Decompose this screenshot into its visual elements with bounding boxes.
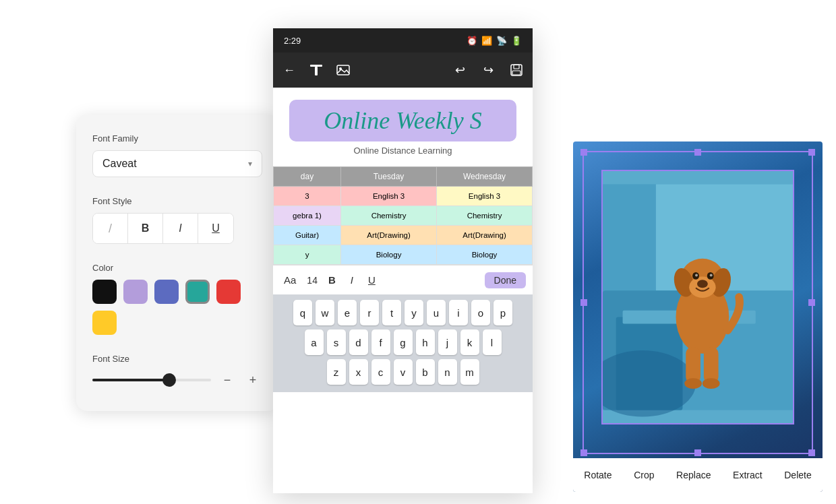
keyboard-area: q w e r t y u i o p a s d f g h j k l [273, 294, 533, 392]
color-swatch-lavender[interactable] [123, 280, 148, 304]
key-m[interactable]: m [460, 359, 479, 385]
key-s[interactable]: s [327, 329, 346, 355]
handle-bottom-left[interactable] [580, 449, 587, 456]
key-d[interactable]: d [349, 329, 368, 355]
key-l[interactable]: l [483, 329, 502, 355]
key-e[interactable]: e [338, 300, 357, 325]
back-arrow-icon[interactable]: ← [280, 61, 299, 80]
redo-icon[interactable]: ↪ [479, 61, 498, 80]
key-i[interactable]: i [449, 300, 468, 325]
color-swatch-blue[interactable] [154, 280, 179, 304]
font-size-increase-button[interactable]: + [243, 371, 262, 389]
color-swatch-black[interactable] [92, 280, 117, 304]
svg-rect-24 [704, 347, 719, 383]
color-swatch-red[interactable] [216, 280, 241, 304]
signal-icon: 📡 [496, 36, 507, 46]
color-section: Color [92, 263, 262, 335]
key-n[interactable]: n [438, 359, 457, 385]
doc-subtitle: Online Distance Learning [354, 146, 452, 156]
key-o[interactable]: o [471, 300, 490, 325]
phone-time: 2:29 [284, 36, 301, 46]
key-k[interactable]: k [460, 329, 479, 355]
color-label: Color [92, 263, 262, 273]
handle-top-mid[interactable] [694, 149, 701, 156]
table-row: gebra 1) Chemistry Chemistry [274, 206, 533, 226]
key-x[interactable]: x [349, 359, 368, 385]
extract-button[interactable]: Extract [726, 466, 769, 484]
svg-point-26 [703, 378, 720, 389]
phone-content: Online Weekly S Online Distance Learning… [273, 88, 533, 493]
key-y[interactable]: y [405, 300, 423, 325]
image-tool-icon[interactable] [334, 61, 353, 80]
underline-format-button[interactable]: U [364, 273, 380, 287]
font-size-slider-track[interactable] [92, 379, 211, 381]
keyboard-row-2: a s d f g h j k l [276, 329, 530, 355]
table-cell: Chemistry [341, 206, 437, 226]
doc-title-box: Online Weekly S [289, 100, 516, 141]
text-tool-icon[interactable] [307, 61, 326, 80]
font-size-display: 14 [307, 275, 318, 286]
font-family-dropdown[interactable]: Caveat ▾ [92, 150, 262, 177]
svg-point-22 [697, 280, 708, 288]
table-row: Guitar) Art(Drawing) Art(Drawing) [274, 226, 533, 245]
key-w[interactable]: w [316, 300, 334, 325]
dog-image [603, 171, 793, 423]
handle-mid-left[interactable] [580, 299, 587, 306]
doc-title-text: Online Weekly S [324, 107, 482, 134]
done-button[interactable]: Done [485, 272, 526, 288]
undo-icon[interactable]: ↩ [450, 61, 469, 80]
key-c[interactable]: c [371, 359, 390, 385]
handle-top-right[interactable] [808, 149, 815, 156]
key-v[interactable]: v [394, 359, 413, 385]
key-u[interactable]: u [427, 300, 446, 325]
key-a[interactable]: a [305, 329, 324, 355]
table-cell: Chemistry [437, 206, 533, 226]
handle-bottom-mid[interactable] [694, 449, 701, 456]
phone-toolbar-right: ↩ ↪ [450, 61, 526, 80]
crop-button[interactable]: Crop [627, 466, 661, 484]
clock-icon: ⏰ [467, 36, 477, 46]
wifi-icon: 📶 [481, 36, 492, 46]
battery-icon: 🔋 [511, 36, 522, 46]
key-q[interactable]: q [293, 300, 312, 325]
key-r[interactable]: r [360, 300, 379, 325]
table-cell: Art(Drawing) [341, 226, 437, 245]
color-swatch-green[interactable] [185, 280, 210, 304]
schedule-table: day Tuesday Wednesday 3 English 3 Englis… [273, 166, 533, 265]
phone-toolbar-left: ← [280, 61, 353, 80]
font-size-decrease-button[interactable]: − [218, 371, 237, 389]
chevron-down-icon: ▾ [248, 159, 252, 168]
key-f[interactable]: f [371, 329, 390, 355]
key-j[interactable]: j [438, 329, 457, 355]
delete-button[interactable]: Delete [777, 466, 818, 484]
rotate-button[interactable]: Rotate [577, 466, 618, 484]
handle-mid-right[interactable] [808, 299, 815, 306]
table-cell: Biology [341, 245, 437, 265]
font-family-label: Font Family [92, 133, 262, 144]
key-p[interactable]: p [494, 300, 512, 325]
key-z[interactable]: z [327, 359, 346, 385]
image-toolbar: Rotate Crop Replace Extract Delete [573, 458, 823, 492]
style-slash-button[interactable]: / [93, 214, 128, 243]
text-format-bar: Aa 14 B I U Done [273, 265, 533, 294]
bold-format-button[interactable]: B [324, 273, 340, 287]
font-aa-button[interactable]: Aa [280, 273, 300, 287]
key-t[interactable]: t [382, 300, 401, 325]
svg-point-20 [695, 274, 698, 276]
key-b[interactable]: b [416, 359, 435, 385]
svg-rect-2 [337, 65, 349, 75]
key-h[interactable]: h [416, 329, 435, 355]
replace-button[interactable]: Replace [669, 466, 717, 484]
font-size-slider-row: − + [92, 371, 262, 389]
handle-bottom-right[interactable] [808, 449, 815, 456]
italic-format-button[interactable]: I [347, 273, 357, 287]
save-icon[interactable] [507, 61, 526, 80]
handle-top-left[interactable] [580, 149, 587, 156]
key-g[interactable]: g [394, 329, 413, 355]
color-swatch-yellow[interactable] [92, 311, 117, 335]
slider-thumb[interactable] [162, 373, 176, 387]
style-underline-button[interactable]: U [198, 214, 233, 243]
style-italic-button[interactable]: I [163, 214, 198, 243]
doc-header: Online Weekly S Online Distance Learning [273, 88, 533, 166]
style-bold-button[interactable]: B [128, 214, 163, 243]
